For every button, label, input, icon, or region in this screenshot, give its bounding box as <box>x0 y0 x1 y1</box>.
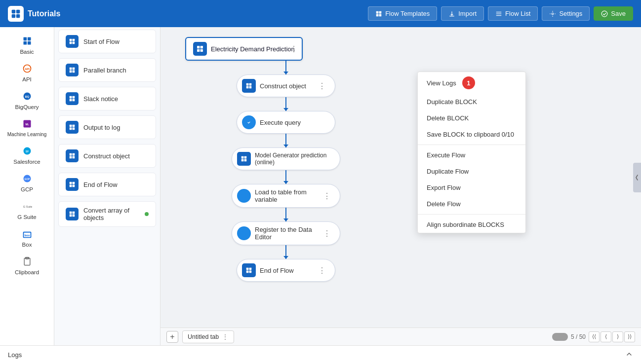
execute-flow-label: Execute Flow <box>427 151 465 159</box>
save-button[interactable]: Save <box>594 6 633 21</box>
flow-node-register-data[interactable]: Register to the Data Editor ⋮ <box>232 221 340 245</box>
svg-rect-32 <box>70 39 72 41</box>
block-item-output-to-log[interactable]: Output to log <box>58 115 156 139</box>
block-icon-parallel <box>66 64 79 76</box>
context-menu-divider-1 <box>418 145 525 145</box>
svg-rect-71 <box>241 159 244 162</box>
svg-rect-45 <box>73 125 75 127</box>
logs-bar: Logs <box>0 345 641 364</box>
page-toggle[interactable] <box>552 333 568 341</box>
svg-point-11 <box>552 13 554 15</box>
node-dots-register[interactable]: ⋮ <box>322 229 332 238</box>
box-icon: box <box>21 228 33 240</box>
svg-rect-36 <box>70 68 72 70</box>
sidebar-item-clipboard[interactable]: Clipboard <box>0 252 54 279</box>
svg-rect-52 <box>70 182 72 184</box>
context-menu-export-flow[interactable]: Export Flow <box>418 180 525 196</box>
svg-rect-37 <box>73 68 75 70</box>
svg-rect-56 <box>70 212 72 214</box>
context-menu-save-block[interactable]: Save BLOCK to clipboard 0/10 <box>418 126 525 143</box>
sidebar-item-salesforce[interactable]: SF Salesforce <box>0 141 54 169</box>
sidebar-item-box[interactable]: box Box <box>0 224 54 252</box>
block-item-parallel-branch[interactable]: Parallel branch <box>58 58 156 82</box>
context-menu-delete-block[interactable]: Delete BLOCK <box>418 110 525 126</box>
sidebar-item-gsuite[interactable]: G Suite G Suite <box>0 196 54 224</box>
context-menu-duplicate-flow[interactable]: Duplicate Flow <box>418 163 525 180</box>
sidebar-item-api[interactable]: API API <box>0 59 54 86</box>
add-tab-button[interactable]: + <box>166 331 178 343</box>
page-last-button[interactable]: ⟩⟩ <box>624 331 635 342</box>
svg-rect-42 <box>70 99 72 102</box>
block-icon-start <box>66 35 79 48</box>
sidebar-item-gsuite-label: G Suite <box>17 214 36 220</box>
sidebar-item-basic[interactable]: Basic <box>0 31 54 59</box>
block-item-slack-notice[interactable]: Slack notice <box>58 87 156 110</box>
svg-point-73 <box>241 193 246 198</box>
block-label-output-to-log: Output to log <box>83 124 120 131</box>
flow-node-execute-query[interactable]: Execute query <box>237 111 335 134</box>
context-menu: View Logs 1 Duplicate BLOCK Delete BLOCK… <box>417 72 526 233</box>
block-label-convert-array: Convert array of objects <box>83 207 140 221</box>
page-counter-text: 5 / 50 <box>571 333 586 340</box>
page-nav-buttons: ⟨⟨ ⟨ ⟩ ⟩⟩ <box>589 331 635 342</box>
svg-rect-47 <box>73 128 75 130</box>
flow-node-construct-object[interactable]: Construct object ⋮ <box>237 74 335 97</box>
context-menu-duplicate-block[interactable]: Duplicate BLOCK <box>418 94 525 110</box>
svg-rect-60 <box>197 46 200 48</box>
flow-title-node[interactable]: Electricity Demand Prediction ⋮ <box>185 37 303 61</box>
node-dots-load[interactable]: ⋮ <box>322 191 332 201</box>
collapse-handle[interactable] <box>633 163 641 192</box>
align-blocks-label: Align subordinate BLOCKS <box>427 221 504 228</box>
svg-rect-67 <box>249 86 252 89</box>
import-button[interactable]: Import <box>441 6 484 21</box>
sidebar-item-machine-learning[interactable]: ML Machine Learning <box>0 114 54 141</box>
svg-rect-34 <box>70 42 72 44</box>
context-menu-execute-flow[interactable]: Execute Flow <box>418 147 525 163</box>
page-next-button[interactable]: ⟩ <box>612 331 623 342</box>
block-item-end-of-flow[interactable]: End of Flow <box>58 173 156 196</box>
block-item-construct-object[interactable]: Construct object <box>58 144 156 168</box>
settings-button[interactable]: Settings <box>542 6 590 21</box>
export-flow-label: Export Flow <box>427 184 461 191</box>
svg-point-74 <box>241 231 246 235</box>
sidebar-item-bigquery-label: BigQuery <box>15 104 39 110</box>
flow-templates-label: Flow Templates <box>385 10 430 17</box>
page-first-button[interactable]: ⟨⟨ <box>589 331 600 342</box>
app-title: Tutorials <box>28 9 60 18</box>
header: Tutorials Flow Templates Import Flow Lis… <box>0 0 641 27</box>
logs-label: Logs <box>8 351 22 359</box>
svg-rect-48 <box>70 153 72 156</box>
page-prev-button[interactable]: ⟨ <box>601 331 611 342</box>
flow-node-end[interactable]: End of Flow ⋮ <box>237 259 335 282</box>
logs-chevron-icon[interactable] <box>625 350 633 360</box>
context-menu-view-logs[interactable]: View Logs 1 <box>418 72 525 94</box>
svg-rect-58 <box>70 215 72 217</box>
node-dots-construct[interactable]: ⋮ <box>317 81 327 91</box>
canvas-scroll[interactable]: Electricity Demand Prediction ⋮ Construc… <box>160 27 641 328</box>
sidebar-item-ml-label: Machine Learning <box>7 132 47 137</box>
node-icon-end <box>242 263 256 277</box>
block-item-convert-array[interactable]: Convert array of objects <box>58 201 156 227</box>
svg-rect-14 <box>27 37 31 41</box>
context-menu-align-blocks[interactable]: Align subordinate BLOCKS <box>418 217 525 233</box>
svg-rect-40 <box>70 96 72 99</box>
tab-item-untitled[interactable]: Untitled tab ⋮ <box>182 330 234 343</box>
api-icon: API <box>21 63 33 74</box>
node-dots-end[interactable]: ⋮ <box>317 266 327 275</box>
sidebar-item-bigquery[interactable]: BQ BigQuery <box>0 86 54 114</box>
flow-templates-button[interactable]: Flow Templates <box>368 6 437 21</box>
sidebar-item-gcp[interactable]: GCP GCP <box>0 169 54 196</box>
flow-list-button[interactable]: Flow List <box>488 6 538 21</box>
delete-flow-label: Delete Flow <box>427 200 461 208</box>
svg-rect-76 <box>249 268 252 270</box>
svg-rect-53 <box>73 182 75 184</box>
tab-dots[interactable]: ⋮ <box>222 333 229 341</box>
flow-title-text: Electricity Demand Prediction <box>211 45 295 53</box>
flow-node-load-table[interactable]: Load to table from variable ⋮ <box>232 184 340 208</box>
flow-node-model-gen[interactable]: Model Generator prediction (online) <box>232 147 340 170</box>
svg-rect-5 <box>379 11 382 13</box>
context-menu-delete-flow[interactable]: Delete Flow <box>418 196 525 212</box>
flow-title-dots-button[interactable]: ⋮ <box>290 44 298 54</box>
block-item-start-of-flow[interactable]: Start of Flow <box>58 30 156 53</box>
svg-rect-3 <box>16 14 20 18</box>
